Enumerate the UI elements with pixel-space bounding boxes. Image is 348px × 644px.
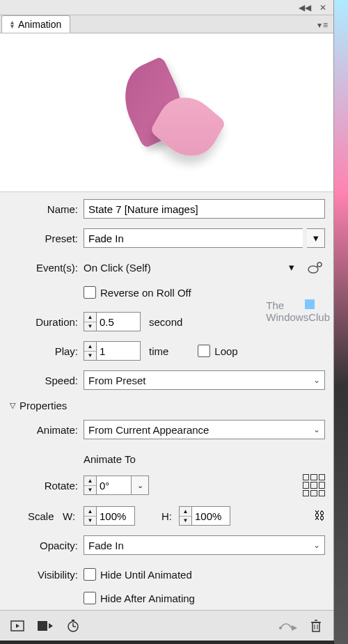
rotate-label: Rotate: bbox=[8, 480, 84, 492]
panel-menu-button[interactable]: ▾≡ bbox=[317, 20, 333, 33]
play-label: Play: bbox=[8, 345, 84, 357]
loop-label: Loop bbox=[214, 345, 237, 357]
opacity-label: Opacity: bbox=[8, 540, 84, 551]
reverse-label: Reverse on Roll Off bbox=[100, 287, 191, 299]
scale-w-label: W: bbox=[63, 510, 75, 522]
scale-w-input[interactable] bbox=[96, 506, 135, 526]
animate-to-label: Animate To bbox=[84, 453, 136, 465]
duration-input[interactable] bbox=[96, 312, 141, 331]
duration-label: Duration: bbox=[8, 316, 84, 328]
events-value[interactable]: On Click (Self) bbox=[84, 262, 285, 274]
svg-marker-6 bbox=[49, 623, 53, 629]
proxy-reference-point[interactable] bbox=[303, 474, 325, 496]
properties-header: Properties bbox=[19, 400, 67, 411]
animation-preview bbox=[0, 33, 333, 192]
hide-after-label: Hide After Animating bbox=[100, 592, 195, 604]
convert-to-motion-path-button[interactable] bbox=[279, 618, 297, 634]
chevron-down-icon: ▾ bbox=[313, 232, 319, 244]
constrain-proportions-button[interactable]: ⛓ bbox=[314, 510, 325, 522]
panel-footer bbox=[0, 610, 333, 641]
trash-button[interactable] bbox=[307, 618, 325, 634]
svg-rect-13 bbox=[313, 622, 319, 631]
duration-spinner[interactable]: ▲▼ bbox=[84, 312, 141, 331]
menu-icon: ▾ bbox=[317, 20, 322, 30]
media-panel-button[interactable] bbox=[36, 618, 54, 634]
svg-marker-12 bbox=[292, 625, 297, 631]
animate-value: From Current Appearance bbox=[88, 424, 209, 436]
svg-rect-5 bbox=[38, 621, 47, 631]
scale-h-spinner[interactable]: ▲▼ bbox=[179, 506, 230, 526]
hide-after-checkbox[interactable]: Hide After Animating bbox=[84, 592, 195, 604]
name-input[interactable] bbox=[84, 199, 325, 219]
reverse-checkbox[interactable]: Reverse on Roll Off bbox=[84, 286, 191, 299]
speed-select[interactable]: From Preset ⌄ bbox=[84, 370, 325, 390]
tab-title: Animation bbox=[18, 19, 61, 30]
scale-w-spinner[interactable]: ▲▼ bbox=[84, 506, 135, 526]
svg-rect-10 bbox=[72, 620, 74, 621]
play-spinner[interactable]: ▲▼ bbox=[84, 341, 141, 361]
loop-checkbox[interactable]: Loop bbox=[198, 345, 237, 357]
tab-animation[interactable]: ▴▾ Animation bbox=[1, 15, 70, 33]
events-dropdown-icon[interactable]: ▾ bbox=[289, 261, 294, 274]
timing-panel-button[interactable] bbox=[64, 618, 82, 634]
preview-artwork bbox=[111, 64, 223, 162]
hide-until-checkbox[interactable]: Hide Until Animated bbox=[84, 568, 192, 581]
preset-input[interactable] bbox=[84, 228, 303, 248]
play-input[interactable] bbox=[96, 341, 141, 361]
preset-dropdown-button[interactable]: ▾ bbox=[307, 228, 325, 248]
svg-line-2 bbox=[317, 266, 318, 267]
updown-icon: ▴▾ bbox=[10, 20, 14, 29]
duration-unit: second bbox=[149, 316, 182, 328]
panel-topbar: ◀◀ ✕ bbox=[0, 0, 333, 15]
trigger-icon bbox=[307, 261, 324, 274]
disclosure-triangle-icon: ▽ bbox=[10, 401, 15, 410]
opacity-value: Fade In bbox=[88, 540, 124, 551]
chevron-down-icon: ⌄ bbox=[313, 375, 320, 385]
opacity-select[interactable]: Fade In ⌄ bbox=[84, 535, 325, 555]
rotate-input-group[interactable]: ▲▼ ⌄ bbox=[84, 476, 149, 495]
close-icon[interactable]: ✕ bbox=[319, 3, 326, 13]
svg-marker-4 bbox=[16, 624, 19, 628]
preview-spread-button[interactable] bbox=[8, 618, 26, 634]
svg-point-11 bbox=[279, 627, 282, 629]
scale-h-input[interactable] bbox=[191, 506, 230, 526]
properties-section-toggle[interactable]: ▽ Properties bbox=[10, 400, 325, 411]
speed-label: Speed: bbox=[8, 375, 84, 386]
rotate-direction-dropdown[interactable]: ⌄ bbox=[131, 476, 149, 495]
animate-label: Animate: bbox=[8, 424, 84, 436]
play-unit: time bbox=[149, 345, 168, 357]
preset-label: Preset: bbox=[8, 233, 84, 244]
rotate-input[interactable] bbox=[96, 476, 131, 495]
events-label: Event(s): bbox=[8, 262, 84, 274]
panel-tabbar: ▴▾ Animation ▾≡ bbox=[0, 15, 333, 33]
hide-until-label: Hide Until Animated bbox=[100, 569, 192, 581]
animate-select[interactable]: From Current Appearance ⌄ bbox=[84, 420, 325, 439]
scale-label: Scale bbox=[28, 510, 54, 522]
scale-h-label: H: bbox=[161, 510, 172, 522]
chevron-down-icon: ⌄ bbox=[313, 540, 320, 550]
collapse-icon[interactable]: ◀◀ bbox=[299, 3, 311, 13]
create-trigger-button[interactable] bbox=[306, 259, 325, 276]
app-background-sliver bbox=[334, 0, 348, 644]
chevron-down-icon: ⌄ bbox=[313, 425, 320, 434]
name-label: Name: bbox=[8, 203, 84, 215]
speed-value: From Preset bbox=[88, 375, 146, 386]
visibility-label: Visibility: bbox=[8, 569, 84, 581]
animation-panel: ◀◀ ✕ ▴▾ Animation ▾≡ Name: Preset: bbox=[0, 0, 334, 641]
